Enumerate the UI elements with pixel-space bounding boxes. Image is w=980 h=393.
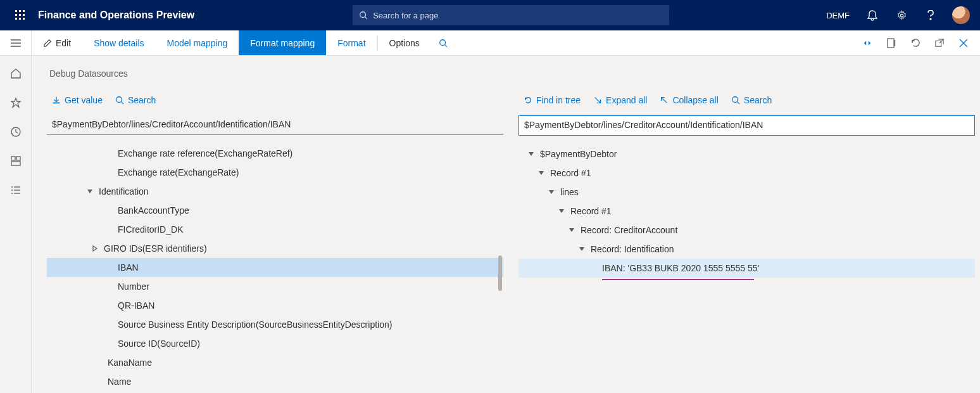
svg-line-43 <box>595 98 601 103</box>
svg-rect-4 <box>19 14 21 16</box>
tree-item-label: KanaName <box>108 358 152 368</box>
tree-item[interactable]: $PaymentByDebtor <box>518 145 975 164</box>
svg-line-17 <box>444 44 447 47</box>
right-toolbar: Find in tree Expand all Collapse all Sea… <box>518 90 975 110</box>
tree-item-label: IBAN <box>118 262 139 273</box>
tree-item[interactable]: Exchange rate reference(ExchangeRateRef) <box>47 144 503 163</box>
tree-item-label: Record: CreditorAccount <box>581 225 677 235</box>
scrollbar-thumb[interactable] <box>498 255 502 291</box>
command-search-button[interactable] <box>431 30 455 55</box>
attach-window-icon[interactable] <box>880 30 903 56</box>
svg-point-12 <box>930 18 931 20</box>
tree-item-label: IBAN: 'GB33 BUKB 2020 1555 5555 55' <box>602 263 759 273</box>
tree-item-label: GIRO IDs(ESR identifiers) <box>104 243 207 254</box>
tree-item[interactable]: IBAN <box>47 258 503 277</box>
tree-item-label: Record: Identification <box>591 244 674 254</box>
expand-all-label: Expand all <box>606 95 647 105</box>
global-search-input[interactable]: Search for a page <box>353 5 669 25</box>
notifications-icon[interactable] <box>860 0 885 30</box>
tree-item[interactable]: FICreditorID_DK <box>47 220 503 239</box>
content-area: Debug Datasources Get value Search $Paym… <box>32 56 980 393</box>
svg-rect-0 <box>15 10 17 12</box>
expand-icon <box>593 96 602 105</box>
close-button[interactable] <box>952 30 975 56</box>
svg-line-46 <box>737 102 739 105</box>
tree-item-label: QR-IBAN <box>118 300 154 311</box>
workspaces-icon[interactable] <box>8 153 23 169</box>
tree-item[interactable]: BankAccountType <box>47 201 503 220</box>
show-details-button[interactable]: Show details <box>82 30 155 55</box>
help-icon[interactable] <box>918 0 943 30</box>
svg-marker-50 <box>559 209 564 213</box>
company-label[interactable]: DEMF <box>820 0 856 30</box>
right-path-input[interactable] <box>518 115 975 136</box>
svg-marker-51 <box>569 228 574 232</box>
link-icon[interactable] <box>856 30 879 56</box>
caret-icon <box>90 243 100 254</box>
open-new-window-icon[interactable] <box>928 30 951 56</box>
app-launcher-icon[interactable] <box>5 0 35 30</box>
left-path-display: $PaymentByDebtor/lines/CreditorAccount/I… <box>47 115 503 135</box>
tree-item[interactable]: Number <box>47 277 503 296</box>
caret-icon <box>577 244 587 254</box>
tree-item[interactable]: Record: CreditorAccount <box>518 221 975 240</box>
svg-rect-5 <box>23 14 25 16</box>
svg-rect-6 <box>15 18 17 20</box>
get-value-button[interactable]: Get value <box>52 95 103 105</box>
user-avatar[interactable] <box>952 6 970 24</box>
find-in-tree-button[interactable]: Find in tree <box>524 95 581 105</box>
modules-icon[interactable] <box>8 183 23 198</box>
tree-item-label: Source ID(SourceID) <box>118 338 200 349</box>
format-mapping-button[interactable]: Format mapping <box>239 30 326 55</box>
tree-item[interactable]: Record #1 <box>518 164 975 183</box>
caret-icon <box>526 149 536 159</box>
recent-icon[interactable] <box>8 124 23 139</box>
tree-item[interactable]: IBAN: 'GB33 BUKB 2020 1555 5555 55' <box>518 259 975 278</box>
tree-item-label: Source Business Entity Description(Sourc… <box>118 319 392 330</box>
svg-marker-42 <box>93 246 97 251</box>
caret-icon <box>85 186 95 196</box>
collapse-all-button[interactable]: Collapse all <box>660 95 718 105</box>
tree-item[interactable]: lines <box>518 183 975 202</box>
svg-marker-26 <box>11 98 20 107</box>
svg-marker-18 <box>864 41 867 45</box>
caret-icon <box>546 187 556 197</box>
home-icon[interactable] <box>8 66 23 81</box>
right-search-button[interactable]: Search <box>731 95 772 105</box>
tree-item[interactable]: Record: Identification <box>518 240 975 259</box>
tree-item[interactable]: Source ID(SourceID) <box>47 334 503 353</box>
svg-point-45 <box>732 97 738 103</box>
model-mapping-button[interactable]: Model mapping <box>156 30 239 55</box>
tree-item[interactable]: QR-IBAN <box>47 296 503 315</box>
edit-button[interactable]: Edit <box>32 30 82 55</box>
left-toolbar: Get value Search <box>47 90 503 110</box>
page-title: Debug Datasources <box>47 68 975 79</box>
tree-item[interactable]: Name <box>47 372 503 391</box>
tree-item[interactable]: Source Business Entity Description(Sourc… <box>47 315 503 334</box>
left-search-button[interactable]: Search <box>115 95 156 105</box>
svg-point-16 <box>440 39 446 45</box>
svg-rect-30 <box>11 162 20 165</box>
tree-item[interactable]: Record #1 <box>518 202 975 221</box>
caret-icon <box>556 206 567 216</box>
settings-icon[interactable] <box>889 0 914 30</box>
options-button[interactable]: Options <box>378 30 431 55</box>
tree-item[interactable]: GIRO IDs(ESR identifiers) <box>47 239 503 258</box>
tree-item[interactable]: KanaName <box>47 353 503 372</box>
caret-icon <box>536 168 546 178</box>
svg-rect-7 <box>19 18 21 20</box>
favorites-icon[interactable] <box>8 95 23 110</box>
left-tree[interactable]: Exchange rate reference(ExchangeRateRef)… <box>47 144 503 393</box>
tree-item-label: Exchange rate(ExchangeRate) <box>118 167 239 177</box>
refresh-icon[interactable] <box>904 30 927 56</box>
tree-item-label: Record #1 <box>550 168 591 178</box>
tree-item[interactable]: Exchange rate(ExchangeRate) <box>47 163 503 182</box>
format-button[interactable]: Format <box>326 30 377 55</box>
nav-toggle-icon[interactable] <box>0 30 32 55</box>
tree-item[interactable]: Identification <box>47 182 503 201</box>
svg-line-10 <box>365 17 368 20</box>
expand-all-button[interactable]: Expand all <box>593 95 647 105</box>
right-tree[interactable]: $PaymentByDebtorRecord #1linesRecord #1R… <box>518 145 975 393</box>
tree-item-label: Exchange rate reference(ExchangeRateRef) <box>118 148 292 158</box>
svg-rect-1 <box>19 10 21 12</box>
